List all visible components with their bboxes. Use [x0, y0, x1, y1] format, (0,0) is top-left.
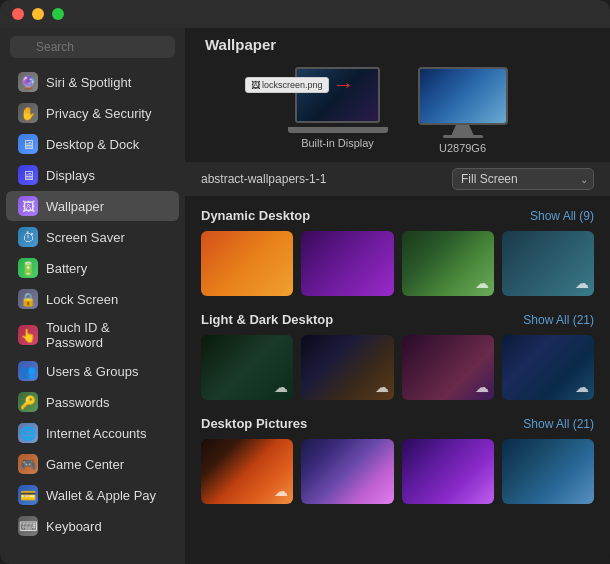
dynamic-desktop-header: Dynamic Desktop Show All (9) — [201, 208, 594, 223]
desktop-icon: 🖥 — [18, 134, 38, 154]
notebook-body — [288, 127, 388, 133]
cloud-icon: ☁ — [375, 379, 389, 395]
sidebar-item-battery[interactable]: 🔋Battery — [6, 253, 179, 283]
titlebar — [0, 0, 610, 28]
wallpaper-thumb[interactable]: ☁ — [201, 335, 293, 400]
wallpaper-name-label: abstract-wallpapers-1-1 — [201, 172, 442, 186]
drag-indicator: 🖼 lockscreen.png → — [245, 74, 355, 96]
drag-file-label: 🖼 lockscreen.png — [245, 77, 329, 93]
light-dark-title: Light & Dark Desktop — [201, 312, 333, 327]
wallpaper-thumb[interactable]: ☁ — [402, 231, 494, 296]
fill-select[interactable]: Fill Screen Fit to Screen Stretch to Fil… — [452, 168, 594, 190]
sidebar-item-label: Wallet & Apple Pay — [46, 488, 156, 503]
fill-select-wrapper: Fill Screen Fit to Screen Stretch to Fil… — [452, 168, 594, 190]
close-button[interactable] — [12, 8, 24, 20]
wallpaper-controls-bar: abstract-wallpapers-1-1 Fill Screen Fit … — [185, 162, 610, 196]
sidebar-item-label: Privacy & Security — [46, 106, 151, 121]
light-dark-show-all[interactable]: Show All (21) — [523, 313, 594, 327]
sidebar-item-privacy-security[interactable]: ✋Privacy & Security — [6, 98, 179, 128]
lock-icon: 🔒 — [18, 289, 38, 309]
sidebar-item-label: Touch ID & Password — [46, 320, 167, 350]
sidebar-item-internet-accounts[interactable]: 🌐Internet Accounts — [6, 418, 179, 448]
gamecenter-icon: 🎮 — [18, 454, 38, 474]
search-input[interactable] — [10, 36, 175, 58]
sidebar-item-keyboard[interactable]: ⌨Keyboard — [6, 511, 179, 541]
sidebar-item-siri-spotlight[interactable]: 🔮Siri & Spotlight — [6, 67, 179, 97]
desktop-pictures-title: Desktop Pictures — [201, 416, 307, 431]
monitor-base — [443, 135, 483, 138]
wallpaper-thumb[interactable]: ☁ — [402, 335, 494, 400]
siri-icon: 🔮 — [18, 72, 38, 92]
sidebar-item-users-groups[interactable]: 👥Users & Groups — [6, 356, 179, 386]
monitor-stand — [452, 125, 474, 135]
wallpaper-thumb[interactable]: ☁ — [301, 335, 393, 400]
internet-icon: 🌐 — [18, 423, 38, 443]
file-icon: 🖼 — [251, 80, 260, 90]
touchid-icon: 👆 — [18, 325, 38, 345]
sidebar-item-lock-screen[interactable]: 🔒Lock Screen — [6, 284, 179, 314]
cloud-icon: ☁ — [575, 275, 589, 291]
sidebar: 🔍 🔮Siri & Spotlight✋Privacy & Security🖥D… — [0, 28, 185, 564]
cloud-icon: ☁ — [575, 379, 589, 395]
desktop-pictures-row: ☁ — [201, 439, 594, 504]
dynamic-desktop-title: Dynamic Desktop — [201, 208, 310, 223]
wallpaper-thumb[interactable]: ☁ — [502, 335, 594, 400]
content-area: 🔍 🔮Siri & Spotlight✋Privacy & Security🖥D… — [0, 28, 610, 564]
desktop-pictures-show-all[interactable]: Show All (21) — [523, 417, 594, 431]
external-screen — [418, 67, 508, 125]
wallpaper-grid-area: Dynamic Desktop Show All (9) ☁ ☁ Light &… — [185, 196, 610, 564]
wallet-icon: 💳 — [18, 485, 38, 505]
sidebar-item-label: Passwords — [46, 395, 110, 410]
wallpaper-thumb[interactable] — [201, 231, 293, 296]
battery-icon: 🔋 — [18, 258, 38, 278]
passwords-icon: 🔑 — [18, 392, 38, 412]
sidebar-item-wallpaper[interactable]: 🖼Wallpaper — [6, 191, 179, 221]
wallpaper-thumb[interactable] — [301, 439, 393, 504]
sidebar-item-label: Desktop & Dock — [46, 137, 139, 152]
dynamic-desktop-row: ☁ ☁ — [201, 231, 594, 296]
sidebar-item-screen-saver[interactable]: ⏱Screen Saver — [6, 222, 179, 252]
sidebar-item-label: Lock Screen — [46, 292, 118, 307]
sidebar-item-passwords[interactable]: 🔑Passwords — [6, 387, 179, 417]
monitor-item-external[interactable]: U2879G6 — [418, 67, 508, 154]
external-label: U2879G6 — [439, 142, 486, 154]
wallpaper-thumb[interactable]: ☁ — [502, 231, 594, 296]
arrow-right-icon: → — [333, 74, 355, 96]
sidebar-item-game-center[interactable]: 🎮Game Center — [6, 449, 179, 479]
sidebar-item-label: Displays — [46, 168, 95, 183]
search-container: 🔍 — [0, 28, 185, 66]
page-title: Wallpaper — [185, 28, 610, 59]
keyboard-icon: ⌨ — [18, 516, 38, 536]
privacy-icon: ✋ — [18, 103, 38, 123]
desktop-pictures-header: Desktop Pictures Show All (21) — [201, 416, 594, 431]
builtin-label: Built-in Display — [301, 137, 374, 149]
wallpaper-thumb[interactable] — [301, 231, 393, 296]
sidebar-item-wallet-applepay[interactable]: 💳Wallet & Apple Pay — [6, 480, 179, 510]
wallpaper-thumb[interactable] — [502, 439, 594, 504]
sidebar-item-label: Siri & Spotlight — [46, 75, 131, 90]
light-dark-header: Light & Dark Desktop Show All (21) — [201, 312, 594, 327]
main-window: 🔍 🔮Siri & Spotlight✋Privacy & Security🖥D… — [0, 0, 610, 564]
sidebar-item-label: Wallpaper — [46, 199, 104, 214]
wallpaper-thumb[interactable]: ☁ — [201, 439, 293, 504]
displays-icon: 🖥 — [18, 165, 38, 185]
maximize-button[interactable] — [52, 8, 64, 20]
light-dark-row: ☁ ☁ ☁ ☁ — [201, 335, 594, 400]
sidebar-items-container: 🔮Siri & Spotlight✋Privacy & Security🖥Des… — [0, 66, 185, 542]
cloud-icon: ☁ — [274, 379, 288, 395]
wallpaper-thumb[interactable] — [402, 439, 494, 504]
cloud-icon: ☁ — [475, 275, 489, 291]
sidebar-item-label: Keyboard — [46, 519, 102, 534]
users-icon: 👥 — [18, 361, 38, 381]
minimize-button[interactable] — [32, 8, 44, 20]
dynamic-desktop-show-all[interactable]: Show All (9) — [530, 209, 594, 223]
sidebar-item-touch-id-password[interactable]: 👆Touch ID & Password — [6, 315, 179, 355]
cloud-icon: ☁ — [475, 379, 489, 395]
sidebar-item-label: Game Center — [46, 457, 124, 472]
main-content: Wallpaper 🖼 lockscreen.png → — [185, 28, 610, 564]
wallpaper-icon: 🖼 — [18, 196, 38, 216]
sidebar-item-desktop-dock[interactable]: 🖥Desktop & Dock — [6, 129, 179, 159]
screensaver-icon: ⏱ — [18, 227, 38, 247]
sidebar-item-displays[interactable]: 🖥Displays — [6, 160, 179, 190]
cloud-icon: ☁ — [274, 483, 288, 499]
